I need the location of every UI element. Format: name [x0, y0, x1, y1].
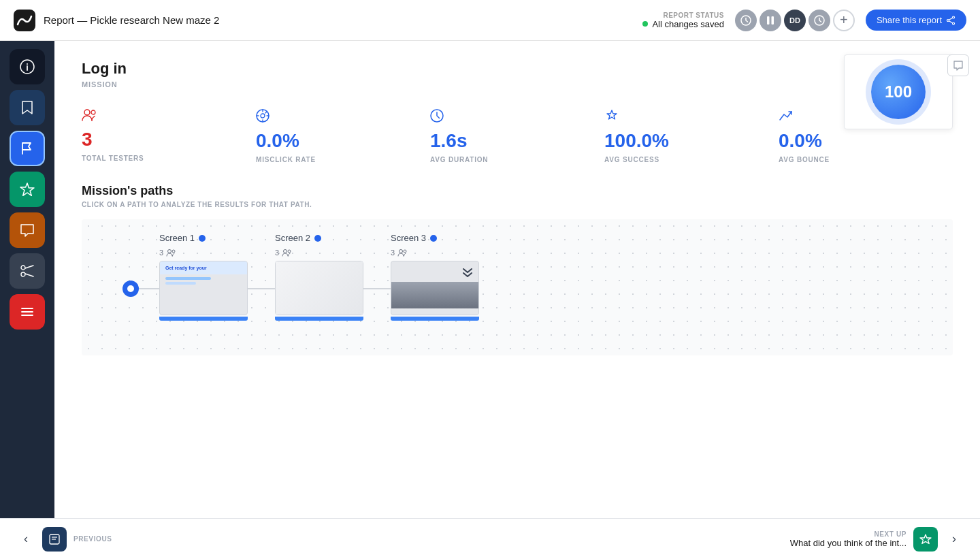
duration-icon [430, 109, 444, 126]
next-arrow-icon[interactable]: › [945, 530, 964, 549]
bounce-value: 0.0% [779, 130, 822, 152]
svg-point-30 [399, 250, 403, 253]
svg-point-23 [261, 114, 265, 118]
svg-line-16 [25, 274, 33, 276]
nav-next-title: What did you think of the int... [790, 538, 906, 548]
chat-icon [20, 223, 35, 237]
avatar-clock1[interactable] [735, 10, 757, 31]
connector-1-2 [248, 288, 275, 289]
screens-container: Screen 1 3 [82, 219, 953, 321]
screen2-dot [314, 235, 321, 242]
svg-point-28 [284, 250, 287, 253]
connector-start [139, 288, 159, 289]
sidebar-item-chat[interactable] [10, 212, 45, 248]
sidebar-item-info[interactable] [10, 49, 45, 84]
sidebar-item-flag[interactable] [10, 131, 45, 166]
header: Report — Pickle research New maze 2 REPO… [0, 0, 980, 41]
screen3-image-bg [391, 282, 478, 308]
avatar-pause[interactable] [760, 10, 781, 31]
screen3-bar [391, 317, 479, 321]
svg-point-31 [404, 250, 406, 253]
screen3-label: Screen 3 [391, 233, 426, 243]
testers-icon-s2 [282, 249, 291, 257]
paths-section: Mission's paths CLICK ON A PATH TO ANALY… [54, 184, 980, 369]
share-button-label: Share this report [877, 15, 942, 25]
svg-point-26 [168, 250, 172, 253]
testers-label: TOTAL TESTERS [82, 155, 144, 162]
screen3-overlay [461, 266, 474, 279]
bounce-icon [779, 109, 794, 126]
nav-next[interactable]: NEXT UP What did you think of the int...… [790, 527, 964, 552]
prev-arrow-icon[interactable]: ‹ [16, 530, 35, 549]
svg-rect-3 [771, 16, 774, 25]
screen1-thumbnail[interactable]: Get ready for your [159, 261, 248, 315]
maze-logo [14, 10, 35, 31]
sidebar-item-list[interactable] [10, 294, 45, 330]
screen3-dot [430, 235, 437, 242]
sidebar-item-star[interactable] [10, 172, 45, 207]
nav-next-info: NEXT UP What did you think of the int... [790, 530, 906, 548]
svg-rect-2 [767, 16, 770, 25]
screen1-bar [159, 317, 248, 321]
screen3-testers: 3 [391, 249, 407, 257]
duration-value: 1.6s [430, 130, 468, 152]
content-area: Log in MISSION 100 [54, 41, 980, 559]
sidebar-item-bookmark[interactable] [10, 90, 45, 125]
svg-point-11 [27, 63, 28, 65]
mission-label: MISSION [82, 80, 953, 89]
screen2-testers: 3 [275, 249, 291, 257]
screen2-tester-count: 3 [275, 249, 279, 257]
screen1-testers: 3 [159, 249, 176, 257]
screen3-block[interactable]: Screen 3 3 [391, 233, 479, 321]
stats-row: 3 TOTAL TESTERS 0.0% MISCLICK RATE [54, 102, 980, 184]
screen2-label: Screen 2 [275, 233, 310, 243]
screen3-header: Screen 3 [391, 233, 437, 243]
svg-line-15 [25, 266, 33, 268]
screen2-thumbnail[interactable] [275, 261, 363, 315]
report-status-value: All changes saved [642, 19, 724, 29]
connector-2-3 [363, 288, 391, 289]
bounce-label: AVG BOUNCE [779, 156, 830, 163]
stat-misclick-rate: 0.0% MISCLICK RATE [256, 109, 430, 163]
screen2-thumb-inner [276, 261, 363, 315]
nav-next-label: NEXT UP [790, 530, 906, 538]
nav-prev[interactable]: ‹ PREVIOUS [16, 527, 112, 552]
list-icon [20, 306, 34, 318]
bookmark-icon [21, 100, 33, 115]
screen1-header: Screen 1 [159, 233, 206, 243]
chevron-down-icon [462, 268, 473, 277]
sidebar-item-percent[interactable] [10, 253, 45, 289]
misclick-icon [256, 109, 270, 126]
testers-icon-s1 [166, 249, 176, 257]
screen3-tester-count: 3 [391, 249, 395, 257]
svg-point-13 [21, 266, 25, 270]
screen3-thumbnail[interactable] [391, 261, 479, 315]
nav-prev-label: PREVIOUS [74, 535, 112, 543]
svg-point-5 [953, 16, 955, 18]
status-text: All changes saved [652, 19, 724, 29]
avatar-clock2[interactable] [808, 10, 830, 31]
svg-line-9 [949, 20, 952, 22]
svg-point-6 [953, 22, 955, 25]
stat-avg-success: 100.0% AVG SUCCESS [604, 109, 779, 163]
prev-thumbnail [42, 527, 67, 552]
scissors-icon [20, 263, 35, 278]
report-title: Report — Pickle research New maze 2 [44, 14, 219, 26]
prev-thumb-icon [48, 533, 61, 545]
header-left: Report — Pickle research New maze 2 [14, 10, 219, 31]
avatar-dd[interactable]: DD [784, 10, 806, 31]
body: Log in MISSION 100 [0, 41, 980, 559]
screen1-label: Screen 1 [159, 233, 195, 243]
screen1-block[interactable]: Screen 1 3 [159, 233, 248, 321]
avatar-group: DD + [735, 10, 855, 31]
svg-point-27 [172, 250, 175, 253]
avatar-add[interactable]: + [833, 10, 855, 31]
comment-button[interactable] [947, 54, 969, 76]
flag-icon [20, 142, 34, 155]
success-label: AVG SUCCESS [604, 156, 659, 163]
svg-point-21 [91, 110, 95, 114]
share-button[interactable]: Share this report [866, 10, 966, 31]
info-icon [20, 59, 35, 74]
paths-diagram[interactable]: Screen 1 3 [82, 219, 953, 355]
screen2-block[interactable]: Screen 2 3 [275, 233, 363, 321]
